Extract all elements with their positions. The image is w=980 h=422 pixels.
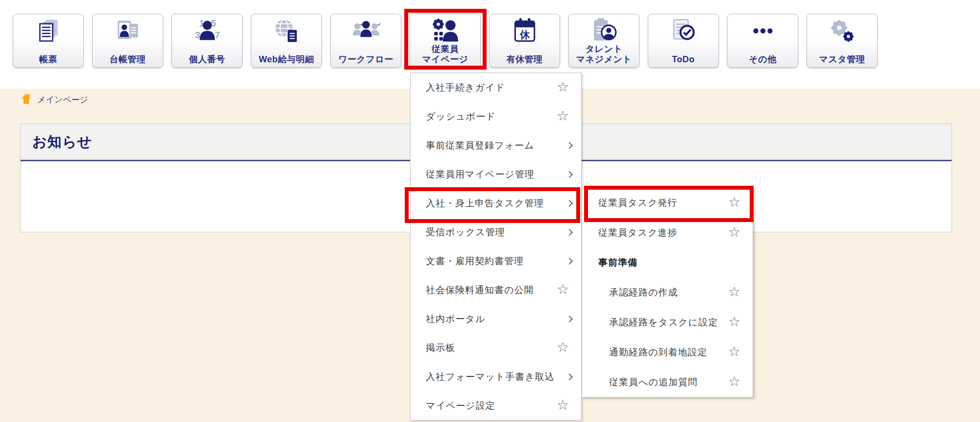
- menu-item-dashboard[interactable]: ダッシュボード☆: [411, 102, 581, 131]
- menu-item-label: 承認経路の作成: [609, 286, 678, 299]
- chevron-right-icon: [566, 171, 573, 177]
- menu-item-label: 事前従業員登録フォーム: [426, 139, 534, 152]
- home-icon[interactable]: [20, 93, 32, 107]
- toolbar-button-my-number[interactable]: 15 37 個人番号: [172, 14, 243, 68]
- favorite-star-icon[interactable]: ☆: [728, 285, 741, 299]
- menu-item-mypage-settings[interactable]: マイページ設定☆: [411, 391, 581, 420]
- menu-item-label: マイページ設定: [426, 399, 495, 412]
- talent-icon: [569, 17, 639, 45]
- favorite-star-icon[interactable]: ☆: [728, 196, 741, 209]
- menu-item-onboarding-report-task-management[interactable]: 入社・身上申告タスク管理: [411, 189, 581, 218]
- menu-item-employee-task-progress[interactable]: 従業員タスク進捗☆: [582, 218, 753, 248]
- menu-item-label: 通勤経路の到着地設定: [609, 346, 707, 359]
- more-dots-icon: [728, 17, 798, 45]
- web-payslip-icon: [251, 17, 321, 45]
- toolbar-button-forms[interactable]: 帳票: [13, 14, 84, 68]
- toolbar-button-talent-management[interactable]: タレントマネジメント: [568, 14, 639, 68]
- task-management-submenu: 従業員タスク発行☆従業員タスク進捗☆事前準備承認経路の作成☆承認経路をタスクに設…: [582, 188, 753, 397]
- leave-calendar-icon: 休: [490, 17, 560, 45]
- favorite-star-icon[interactable]: ☆: [557, 340, 569, 354]
- menu-item-label: 従業員用マイページ管理: [426, 168, 535, 181]
- toolbar-button-label: 帳票: [13, 54, 83, 65]
- chevron-right-icon: [566, 142, 573, 149]
- todo-check-icon: [648, 17, 718, 45]
- app-window: 帳票 台帳管理 15 37 個人番号 Web給与明細: [0, 0, 980, 422]
- favorite-star-icon[interactable]: ☆: [728, 225, 741, 239]
- menu-item-preparation-header: 事前準備: [582, 248, 753, 278]
- chevron-right-icon: [566, 373, 573, 380]
- my-number-icon: 15 37: [172, 17, 242, 45]
- menu-item-label: 従業員への追加質問: [609, 376, 698, 389]
- toolbar-button-master-management[interactable]: マスタ管理: [807, 14, 878, 68]
- menu-item-label: 社内ポータル: [426, 313, 485, 325]
- menu-item-pre-employee-registration-form[interactable]: 事前従業員登録フォーム: [411, 131, 581, 160]
- favorite-star-icon[interactable]: ☆: [557, 109, 569, 123]
- breadcrumb-main-page-link[interactable]: メインページ: [37, 94, 88, 105]
- toolbar-button-label: ワークフロー: [331, 54, 401, 65]
- menu-item-label: 従業員タスク発行: [598, 197, 677, 209]
- menu-item-employee-additional-questions[interactable]: 従業員への追加質問☆: [582, 367, 753, 397]
- favorite-star-icon[interactable]: ☆: [728, 345, 741, 359]
- master-gears-icon: [807, 17, 877, 45]
- menu-item-label: 入社フォーマット手書き取込: [426, 371, 555, 383]
- svg-text:3: 3: [195, 30, 200, 40]
- toolbar-button-label: 有休管理: [490, 54, 560, 65]
- toolbar-button-web-payslip[interactable]: Web給与明細: [251, 14, 322, 68]
- ledger-icon: [93, 17, 163, 45]
- toolbar-button-employee-mypage[interactable]: 従業員マイページ: [410, 14, 481, 68]
- favorite-star-icon[interactable]: ☆: [728, 315, 741, 329]
- toolbar-button-label: その他: [728, 54, 798, 65]
- favorite-star-icon[interactable]: ☆: [557, 398, 569, 412]
- menu-item-label: 事前準備: [598, 256, 637, 269]
- toolbar-button-label: ToDo: [648, 54, 718, 65]
- toolbar-button-label: 従業員マイページ: [410, 44, 480, 65]
- chevron-right-icon: [566, 199, 573, 206]
- toolbar-button-label: 個人番号: [172, 54, 242, 65]
- toolbar-button-label: 台帳管理: [93, 54, 163, 65]
- menu-item-bulletin-board[interactable]: 掲示板☆: [411, 333, 581, 362]
- menu-item-internal-portal[interactable]: 社内ポータル: [411, 304, 581, 333]
- favorite-star-icon[interactable]: ☆: [728, 374, 741, 388]
- employee-mypage-dropdown-menu: 入社手続きガイド☆ダッシュボード☆事前従業員登録フォーム従業員用マイページ管理入…: [410, 73, 582, 421]
- menu-item-approval-route-task-setting[interactable]: 承認経路をタスクに設定☆: [582, 307, 753, 337]
- favorite-star-icon[interactable]: ☆: [557, 80, 569, 94]
- menu-item-employee-task-issue[interactable]: 従業員タスク発行☆: [582, 188, 753, 218]
- menu-item-employee-mypage-management[interactable]: 従業員用マイページ管理: [411, 160, 581, 189]
- toolbar-button-leave-management[interactable]: 休 有休管理: [489, 14, 560, 68]
- menu-item-label: 従業員タスク進捗: [598, 226, 677, 239]
- forms-icon: [13, 17, 83, 45]
- menu-item-approval-route-creation[interactable]: 承認経路の作成☆: [582, 278, 753, 308]
- menu-item-inbox-management[interactable]: 受信ボックス管理: [411, 218, 581, 247]
- breadcrumb: メインページ: [20, 93, 88, 107]
- toolbar-button-todo[interactable]: ToDo: [648, 14, 719, 68]
- menu-item-label: 社会保険料通知書の公開: [426, 284, 534, 297]
- svg-text:7: 7: [215, 30, 220, 40]
- toolbar-button-label: マスタ管理: [807, 54, 877, 65]
- toolbar-button-more[interactable]: その他: [727, 14, 798, 68]
- menu-item-label: 掲示板: [426, 342, 455, 354]
- menu-item-document-contract-management[interactable]: 文書・雇用契約書管理: [411, 247, 581, 275]
- toolbar-button-ledger[interactable]: 台帳管理: [92, 14, 163, 68]
- menu-item-social-insurance-notice[interactable]: 社会保険料通知書の公開☆: [411, 275, 581, 304]
- menu-item-onboarding-handwriting-import[interactable]: 入社フォーマット手書き取込: [411, 362, 581, 391]
- notice-panel-title: お知らせ: [32, 132, 92, 152]
- menu-item-label: 文書・雇用契約書管理: [426, 255, 524, 268]
- employee-mypage-icon: [410, 17, 480, 45]
- menu-item-label: ダッシュボード: [426, 110, 496, 123]
- svg-text:休: 休: [519, 29, 530, 40]
- menu-item-label: 入社・身上申告タスク管理: [426, 197, 544, 210]
- toolbar-button-workflow[interactable]: ワークフロー: [330, 14, 401, 68]
- chevron-right-icon: [566, 315, 573, 322]
- menu-item-commute-route-destination[interactable]: 通勤経路の到着地設定☆: [582, 337, 753, 367]
- chevron-right-icon: [566, 228, 573, 235]
- menu-item-label: 受信ボックス管理: [426, 226, 505, 239]
- menu-item-onboarding-guide[interactable]: 入社手続きガイド☆: [411, 73, 581, 102]
- favorite-star-icon[interactable]: ☆: [557, 282, 569, 296]
- chevron-right-icon: [566, 257, 573, 264]
- toolbar-button-label: Web給与明細: [251, 54, 321, 65]
- menu-item-label: 承認経路をタスクに設定: [609, 316, 718, 329]
- workflow-icon: [331, 17, 401, 45]
- toolbar-button-label: タレントマネジメント: [569, 44, 639, 65]
- menu-item-label: 入社手続きガイド: [426, 81, 505, 94]
